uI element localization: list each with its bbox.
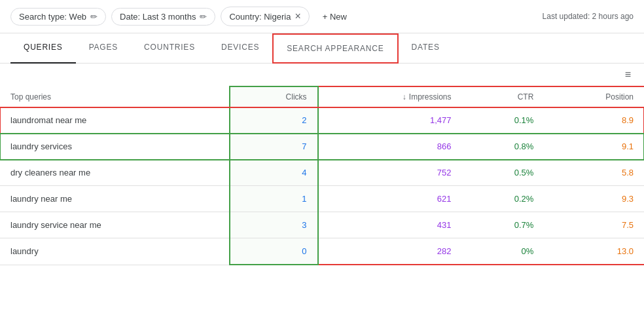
table-row: laundry service near me 3 431 0.7% 7.5 [0,212,644,238]
tab-devices[interactable]: DEVICES [208,33,272,64]
clicks-cell: 3 [230,212,318,238]
query-cell: dry cleaners near me [0,160,230,186]
filter-icon-row: ≡ [0,64,644,86]
query-cell: laundry services [0,134,230,160]
table-row: laundry services 7 866 0.8% 9.1 [0,134,644,160]
ctr-cell: 0.2% [461,186,544,212]
position-cell: 9.1 [544,134,644,160]
col-header-ctr: CTR [461,86,544,107]
impressions-cell: 866 [318,134,462,160]
country-label: Country: Nigeria [229,12,291,22]
close-icon[interactable]: × [295,10,300,22]
clicks-cell: 0 [230,238,318,265]
tab-pages[interactable]: PAGES [76,33,131,64]
position-cell: 13.0 [544,238,644,265]
table-row: laundry near me 1 621 0.2% 9.3 [0,186,644,212]
position-cell: 7.5 [544,212,644,238]
new-button[interactable]: + New [315,9,355,25]
search-type-chip[interactable]: Search type: Web ✏ [10,8,106,26]
ctr-cell: 0.5% [461,160,544,186]
col-header-position: Position [544,86,644,107]
query-cell: laundry service near me [0,212,230,238]
query-cell: laundromat near me [0,107,230,134]
edit-icon-1[interactable]: ✏ [90,12,98,22]
col-header-clicks: Clicks [230,86,318,107]
impressions-cell: 1,477 [318,107,462,134]
table-row: laundromat near me 2 1,477 0.1% 8.9 [0,107,644,134]
impressions-cell: 621 [318,186,462,212]
table-row: dry cleaners near me 4 752 0.5% 5.8 [0,160,644,186]
position-cell: 5.8 [544,160,644,186]
tab-search-appearance[interactable]: SEARCH APPEARANCE [272,33,398,64]
ctr-cell: 0.1% [461,107,544,134]
tabs-container: QUERIES PAGES COUNTRIES DEVICES SEARCH A… [0,33,644,64]
last-updated-text: Last updated: 2 hours ago [543,12,634,21]
new-button-label: + New [323,12,347,22]
query-cell: laundry [0,238,230,265]
table-row: laundry 0 282 0% 13.0 [0,238,644,265]
search-type-label: Search type: Web [19,12,86,22]
clicks-cell: 4 [230,160,318,186]
clicks-cell: 2 [230,107,318,134]
tab-queries[interactable]: QUERIES [10,33,76,64]
ctr-cell: 0.7% [461,212,544,238]
tab-dates[interactable]: DATES [399,33,453,64]
clicks-cell: 7 [230,134,318,160]
sort-down-icon: ↓ [402,92,406,102]
impressions-cell: 431 [318,212,462,238]
query-cell: laundry near me [0,186,230,212]
filter-bar: Search type: Web ✏ Date: Last 3 months ✏… [0,0,644,33]
date-label: Date: Last 3 months [120,12,196,22]
ctr-cell: 0% [461,238,544,265]
ctr-cell: 0.8% [461,134,544,160]
edit-icon-2[interactable]: ✏ [200,12,207,22]
col-header-impressions: ↓ Impressions [318,86,462,107]
country-chip[interactable]: Country: Nigeria × [221,7,309,26]
tab-countries[interactable]: COUNTRIES [131,33,208,64]
clicks-cell: 1 [230,186,318,212]
table-container: ≡ Top queries Clicks ↓ Impressions CTR [0,64,644,265]
position-cell: 9.3 [544,186,644,212]
position-cell: 8.9 [544,107,644,134]
date-chip[interactable]: Date: Last 3 months ✏ [111,8,215,26]
impressions-cell: 752 [318,160,462,186]
queries-table: Top queries Clicks ↓ Impressions CTR Pos… [0,86,644,265]
impressions-cell: 282 [318,238,462,265]
filter-icon[interactable]: ≡ [625,69,631,81]
col-header-query: Top queries [0,86,230,107]
